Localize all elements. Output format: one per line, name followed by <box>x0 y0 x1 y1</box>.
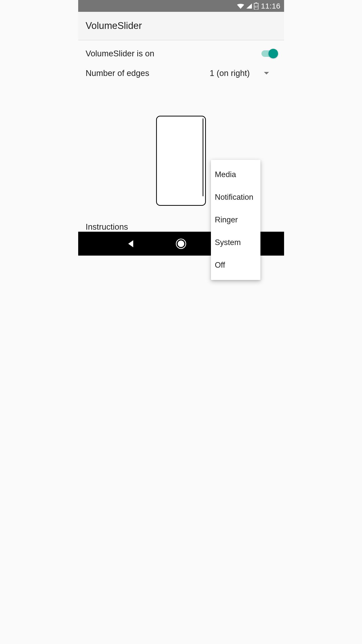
back-triangle-icon <box>127 239 135 248</box>
app-bar: VolumeSlider <box>78 12 284 40</box>
status-bar: 97 11:16 <box>78 0 284 12</box>
stream-type-menu: Media Notification Ringer System Off <box>211 160 260 280</box>
wifi-icon <box>237 3 244 9</box>
enabled-label: VolumeSlider is on <box>86 49 261 58</box>
enabled-switch[interactable] <box>261 50 277 57</box>
status-time: 11:16 <box>261 2 281 10</box>
menu-item-system[interactable]: System <box>211 231 260 254</box>
battery-icon: 97 <box>254 3 258 10</box>
back-button[interactable] <box>125 238 137 249</box>
menu-item-notification[interactable]: Notification <box>211 186 260 209</box>
svg-text:97: 97 <box>255 5 258 8</box>
home-circle-icon <box>175 238 187 249</box>
svg-point-4 <box>178 240 184 247</box>
switch-thumb <box>268 49 278 58</box>
menu-item-media[interactable]: Media <box>211 163 260 186</box>
caret-down-icon <box>264 72 269 74</box>
menu-item-off[interactable]: Off <box>211 254 260 276</box>
menu-item-ringer[interactable]: Ringer <box>211 209 260 231</box>
phone-preview <box>156 116 206 206</box>
edges-dropdown[interactable]: 1 (on right) <box>210 68 269 78</box>
edges-selected-value: 1 (on right) <box>210 68 250 78</box>
edges-row: Number of edges 1 (on right) <box>86 68 277 78</box>
app-title: VolumeSlider <box>86 20 142 31</box>
edges-label: Number of edges <box>86 68 210 78</box>
cell-signal-icon <box>246 3 252 9</box>
settings-content: VolumeSlider is on Number of edges 1 (on… <box>78 40 284 232</box>
edge-indicator-right <box>203 118 203 196</box>
enabled-row: VolumeSlider is on <box>86 49 277 58</box>
home-button[interactable] <box>175 238 187 249</box>
